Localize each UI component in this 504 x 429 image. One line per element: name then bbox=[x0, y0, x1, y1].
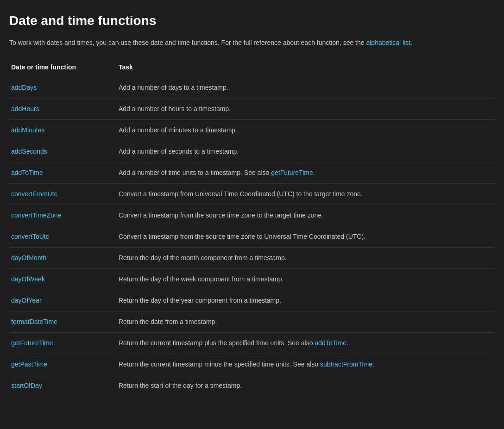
task-cell: Convert a timestamp from the source time… bbox=[111, 226, 495, 248]
table-row: addMinutesAdd a number of minutes to a t… bbox=[9, 120, 495, 141]
table-row: getFutureTimeReturn the current timestam… bbox=[9, 333, 495, 354]
function-cell: dayOfYear bbox=[9, 290, 111, 311]
function-cell: addHours bbox=[9, 99, 111, 120]
table-row: addDaysAdd a number of days to a timesta… bbox=[9, 77, 495, 99]
function-cell: convertToUtc bbox=[9, 226, 111, 248]
task-cell: Add a number of hours to a timestamp. bbox=[111, 99, 495, 120]
function-cell: getFutureTime bbox=[9, 333, 111, 354]
task-cell: Return the current timestamp plus the sp… bbox=[111, 333, 495, 354]
function-link[interactable]: convertFromUtc bbox=[11, 190, 57, 198]
table-row: addHoursAdd a number of hours to a times… bbox=[9, 99, 495, 120]
column-header-function: Date or time function bbox=[9, 59, 111, 77]
function-link[interactable]: getFutureTime bbox=[11, 339, 53, 347]
alphabetical-list-link[interactable]: alphabetical list bbox=[366, 39, 410, 46]
task-inline-link[interactable]: subtractFromTime bbox=[320, 361, 372, 368]
column-header-task: Task bbox=[111, 59, 495, 77]
task-cell: Return the date from a timestamp. bbox=[111, 311, 495, 333]
page-title: Date and time functions bbox=[9, 11, 495, 31]
table-row: getPastTimeReturn the current timestamp … bbox=[9, 354, 495, 375]
function-link[interactable]: dayOfMonth bbox=[11, 254, 46, 261]
task-cell: Return the day of the week component fro… bbox=[111, 269, 495, 290]
task-cell: Convert a timestamp from Universal Time … bbox=[111, 184, 495, 205]
function-cell: convertFromUtc bbox=[9, 184, 111, 205]
function-cell: addSeconds bbox=[9, 141, 111, 162]
task-cell: Return the day of the year component fro… bbox=[111, 290, 495, 311]
function-cell: addDays bbox=[9, 77, 111, 99]
functions-table-container: Date or time function Task addDaysAdd a … bbox=[9, 59, 495, 396]
function-link[interactable]: addToTime bbox=[11, 169, 43, 176]
function-link[interactable]: startOfDay bbox=[11, 382, 42, 389]
function-cell: addMinutes bbox=[9, 120, 111, 141]
table-row: convertTimeZoneConvert a timestamp from … bbox=[9, 205, 495, 226]
task-inline-link[interactable]: getFutureTime bbox=[271, 169, 313, 176]
function-link[interactable]: addHours bbox=[11, 105, 39, 112]
task-cell: Convert a timestamp from the source time… bbox=[111, 205, 495, 226]
function-link[interactable]: dayOfWeek bbox=[11, 275, 45, 283]
table-row: convertFromUtcConvert a timestamp from U… bbox=[9, 184, 495, 205]
function-cell: convertTimeZone bbox=[9, 205, 111, 226]
task-cell: Return the current timestamp minus the s… bbox=[111, 354, 495, 375]
function-link[interactable]: addSeconds bbox=[11, 148, 47, 155]
table-row: addSecondsAdd a number of seconds to a t… bbox=[9, 141, 495, 162]
function-link[interactable]: addDays bbox=[11, 84, 37, 91]
intro-text: To work with dates and times, you can us… bbox=[9, 39, 365, 46]
function-link[interactable]: convertToUtc bbox=[11, 233, 49, 240]
intro-end: . bbox=[410, 39, 412, 46]
function-link[interactable]: addMinutes bbox=[11, 126, 44, 134]
table-row: convertToUtcConvert a timestamp from the… bbox=[9, 226, 495, 248]
intro-paragraph: To work with dates and times, you can us… bbox=[9, 38, 495, 48]
function-link[interactable]: getPastTime bbox=[11, 361, 47, 368]
table-row: dayOfWeekReturn the day of the week comp… bbox=[9, 269, 495, 290]
task-cell: Add a number of days to a timestamp. bbox=[111, 77, 495, 99]
functions-table: Date or time function Task addDaysAdd a … bbox=[9, 59, 495, 396]
function-cell: dayOfMonth bbox=[9, 248, 111, 269]
function-link[interactable]: dayOfYear bbox=[11, 297, 42, 304]
table-row: dayOfMonthReturn the day of the month co… bbox=[9, 248, 495, 269]
function-cell: addToTime bbox=[9, 162, 111, 184]
function-cell: dayOfWeek bbox=[9, 269, 111, 290]
task-cell: Add a number of time units to a timestam… bbox=[111, 162, 495, 184]
table-row: dayOfYearReturn the day of the year comp… bbox=[9, 290, 495, 311]
table-row: formatDateTimeReturn the date from a tim… bbox=[9, 311, 495, 333]
table-row: addToTimeAdd a number of time units to a… bbox=[9, 162, 495, 184]
function-link[interactable]: convertTimeZone bbox=[11, 211, 61, 219]
task-cell: Add a number of seconds to a timestamp. bbox=[111, 141, 495, 162]
table-header: Date or time function Task bbox=[9, 59, 495, 77]
task-cell: Add a number of minutes to a timestamp. bbox=[111, 120, 495, 141]
table-header-row: Date or time function Task bbox=[9, 59, 495, 77]
task-cell: Return the day of the month component fr… bbox=[111, 248, 495, 269]
function-cell: getPastTime bbox=[9, 354, 111, 375]
function-cell: formatDateTime bbox=[9, 311, 111, 333]
function-cell: startOfDay bbox=[9, 375, 111, 397]
function-link[interactable]: formatDateTime bbox=[11, 318, 57, 325]
task-inline-link[interactable]: addToTime bbox=[315, 339, 346, 347]
table-row: startOfDayReturn the start of the day fo… bbox=[9, 375, 495, 397]
table-body: addDaysAdd a number of days to a timesta… bbox=[9, 77, 495, 397]
task-cell: Return the start of the day for a timest… bbox=[111, 375, 495, 397]
